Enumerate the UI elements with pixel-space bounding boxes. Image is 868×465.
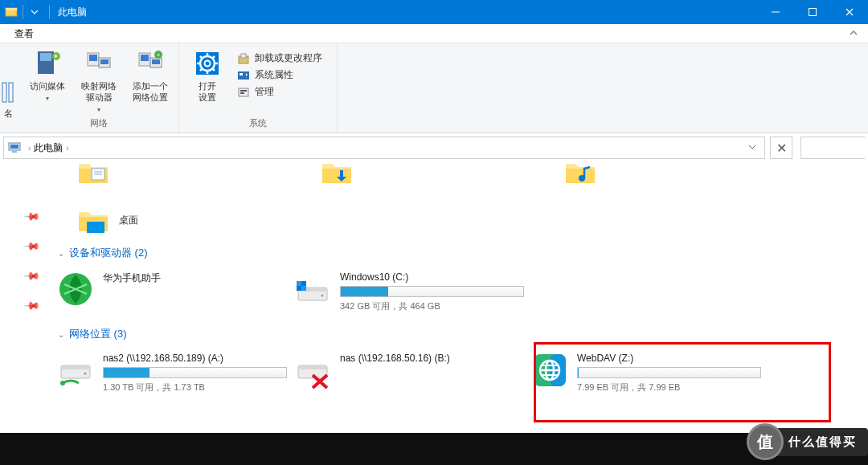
maximize-button[interactable] <box>794 0 831 24</box>
svg-rect-59 <box>298 365 327 369</box>
refresh-button[interactable]: ✕ <box>770 137 792 159</box>
svg-rect-7 <box>9 83 13 102</box>
breadcrumb-separator-icon[interactable]: › <box>25 144 34 153</box>
huawei-assistant-icon <box>56 270 95 308</box>
ribbon-group-network: 访问媒体 ▾ 映射网络 驱动器 ▾ + 添加一个 网络位置 网络 <box>19 43 179 133</box>
svg-point-56 <box>84 373 87 375</box>
svg-rect-41 <box>12 151 17 153</box>
ribbon-open-settings-button[interactable]: 打开 设置 <box>184 48 231 103</box>
chevron-down-icon: ⌄ <box>58 330 64 339</box>
watermark-badge: 值 什么值得买 <box>747 423 868 460</box>
svg-rect-37 <box>240 90 247 92</box>
dropdown-arrow-icon: ▾ <box>46 93 49 104</box>
folder-desktop-icon <box>76 206 111 235</box>
folder-icon <box>76 162 111 186</box>
device-huawei-assistant[interactable]: 华为手机助手 <box>53 267 290 316</box>
ribbon-media-button[interactable]: 访问媒体 ▾ <box>24 48 71 104</box>
folder-desktop[interactable]: 桌面 <box>76 206 860 235</box>
folder-downloads[interactable]: 下载 <box>319 162 382 186</box>
breadcrumb-separator-icon[interactable]: › <box>63 144 72 153</box>
svg-rect-1 <box>6 8 17 10</box>
svg-rect-12 <box>89 55 97 61</box>
background-strip <box>0 433 868 465</box>
svg-rect-40 <box>10 145 18 149</box>
tab-view[interactable]: 查看 <box>6 24 42 43</box>
folder-download-icon <box>319 162 354 186</box>
svg-rect-18 <box>152 59 160 64</box>
folder-music[interactable]: 音乐 <box>563 162 625 186</box>
add-network-location-icon: + <box>134 48 166 79</box>
svg-rect-46 <box>87 222 104 233</box>
address-dropdown-icon[interactable] <box>743 142 761 153</box>
ribbon-properties-button[interactable]: 系统属性 <box>237 68 322 82</box>
ribbon-tabs: 查看 <box>0 24 868 43</box>
ribbon-manage-button[interactable]: 管理 <box>237 85 322 99</box>
svg-rect-3 <box>809 9 817 16</box>
ribbon-cutoff-left: 名 <box>0 43 19 133</box>
svg-rect-6 <box>2 83 6 102</box>
breadcrumb-item[interactable]: 此电脑 <box>34 141 63 155</box>
uninstall-icon <box>237 52 250 65</box>
drive-c[interactable]: Windows10 (C:) 342 GB 可用，共 464 GB <box>290 267 527 316</box>
content-area: 📌 📌 📌 📌 文档 下载 音乐 桌面 <box>0 162 868 433</box>
address-bar-row: › 此电脑 › ✕ <box>0 133 868 162</box>
network-drive-icon <box>56 351 95 390</box>
storage-bar <box>340 286 524 297</box>
pin-icon[interactable]: 📌 <box>23 297 41 315</box>
chevron-down-icon: ⌄ <box>58 249 64 258</box>
local-disk-icon <box>293 270 332 308</box>
minimize-button[interactable] <box>757 0 794 24</box>
svg-rect-14 <box>100 59 108 64</box>
qat-dropdown-icon[interactable] <box>28 6 41 18</box>
svg-point-57 <box>60 381 65 385</box>
svg-text:+: + <box>157 51 161 59</box>
svg-rect-35 <box>240 73 243 75</box>
svg-rect-16 <box>141 55 149 61</box>
folder-label: 桌面 <box>119 214 138 227</box>
svg-rect-55 <box>61 365 90 369</box>
properties-icon <box>237 69 250 82</box>
section-devices[interactable]: ⌄ 设备和驱动器 (2) <box>53 235 860 267</box>
folder-documents[interactable]: 文档 <box>76 162 138 186</box>
ribbon-group-label: 网络 <box>90 116 108 133</box>
ribbon-map-drive-button[interactable]: 映射网络 驱动器 ▾ <box>76 48 122 116</box>
close-button[interactable] <box>831 0 868 24</box>
storage-bar <box>103 367 287 378</box>
explorer-app-icon <box>5 6 18 18</box>
quick-access-pins: 📌 📌 📌 📌 <box>0 162 45 433</box>
pin-icon[interactable]: 📌 <box>23 238 41 255</box>
svg-point-53 <box>321 295 324 297</box>
pin-icon[interactable]: 📌 <box>23 267 41 285</box>
ribbon-add-location-button[interactable]: + 添加一个 网络位置 <box>127 48 174 103</box>
manage-icon <box>237 86 250 99</box>
svg-point-23 <box>205 61 211 67</box>
settings-gear-icon <box>191 48 223 79</box>
media-server-icon <box>31 48 63 79</box>
network-drive-icon <box>83 48 115 79</box>
svg-rect-51 <box>297 281 301 286</box>
dropdown-arrow-icon: ▾ <box>97 104 100 116</box>
network-drive-a[interactable]: nas2 (\\192.168.50.189) (A:) 1.30 TB 可用，… <box>53 348 290 397</box>
window-titlebar: 此电脑 <box>0 0 868 24</box>
pin-icon[interactable]: 📌 <box>23 208 41 226</box>
annotation-highlight <box>534 342 831 422</box>
ribbon-group-label: 系统 <box>249 116 267 133</box>
folder-music-icon <box>563 162 598 186</box>
network-drive-b[interactable]: nas (\\192.168.50.16) (B:) <box>290 348 527 397</box>
this-pc-icon <box>7 141 22 155</box>
ribbon: 名 访问媒体 ▾ 映射网络 驱动器 ▾ + <box>0 43 868 133</box>
window-title: 此电脑 <box>53 6 87 19</box>
svg-rect-52 <box>301 286 306 291</box>
search-input[interactable] <box>800 137 865 159</box>
ribbon-uninstall-button[interactable]: 卸载或更改程序 <box>237 51 322 65</box>
svg-rect-9 <box>40 53 51 61</box>
network-drive-disconnected-icon <box>293 351 332 390</box>
svg-rect-33 <box>241 54 246 58</box>
address-bar[interactable]: › 此电脑 › <box>3 137 765 159</box>
ribbon-collapse-icon[interactable] <box>845 28 868 39</box>
ribbon-group-system: 打开 设置 卸载或更改程序 系统属性 管理 系统 <box>179 43 338 133</box>
svg-rect-38 <box>240 92 244 94</box>
